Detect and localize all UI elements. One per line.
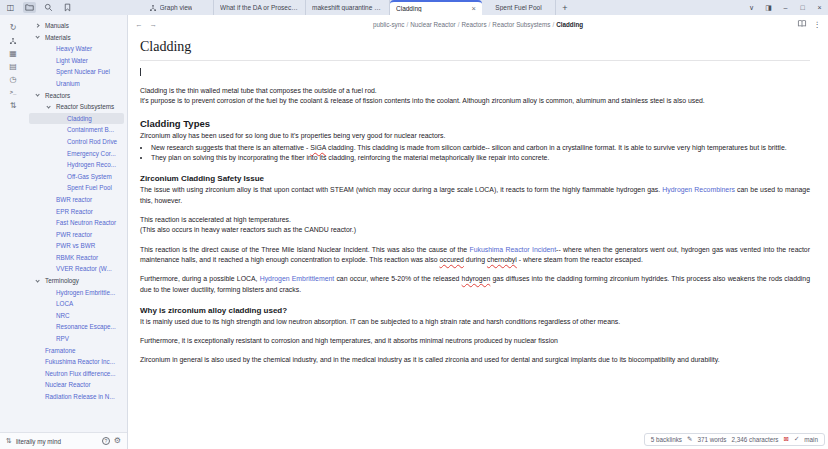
terminal-icon[interactable]: >_ [10,88,17,97]
section-heading: Why is zirconium alloy cladding used? [140,306,810,315]
bullet-list: New research suggests that there is an a… [140,143,810,164]
help-icon[interactable]: ? [102,437,110,445]
split-layout-icon[interactable]: ◨ [760,0,777,15]
internal-link[interactable]: Hydrogen Recombiners [662,186,735,193]
calendar-icon[interactable]: ▤ [9,62,17,71]
back-arrow-icon[interactable]: ← [135,20,143,29]
tree-item-loca[interactable]: LOCA [29,298,124,310]
empty-line[interactable] [140,66,810,77]
tree-item-label: NRC [56,312,70,319]
tree-item-fast-neutron-reactor[interactable]: Fast Neutron Reactor [29,217,124,229]
reading-view-icon[interactable] [797,19,807,29]
breadcrumb-item[interactable]: Reactor Subsystems [492,21,550,28]
tree-item-label: Spent Fuel Pool [67,184,112,191]
tree-item-bwr-reactor[interactable]: BWR reactor [29,194,124,206]
vault-name[interactable]: literally my mind [16,438,61,445]
settings-gear-icon[interactable]: ⚙ [114,437,121,445]
breadcrumb-item[interactable]: Nuclear Reactor [410,21,456,28]
tab-what-if-the-da-or-prosecutor-i[interactable]: What if the DA or Prosecutor i... [214,0,306,15]
tree-item-nuclear-reactor[interactable]: Nuclear Reactor [29,379,124,391]
sidebar-toggle-icon[interactable]: ◫ [4,2,17,13]
section-heading: Zirconium Cladding Safety Issue [140,174,810,183]
tree-item-spent-fuel-pool[interactable]: Spent Fuel Pool [29,182,124,194]
history-icon[interactable]: ◷ [10,75,17,84]
tab-list-chevron-icon[interactable]: ∨ [743,0,760,15]
tree-item-resonance-escape[interactable]: Resonance Escape... [29,321,124,333]
tab-label: makeshift quarantine options [312,4,383,11]
tree-item-pwr-reactor[interactable]: PWR reactor [29,229,124,241]
minimize-button[interactable]: – [777,0,794,15]
tree-item-rpv[interactable]: RPV [29,333,124,345]
tab-makeshift-quarantine-options[interactable]: makeshift quarantine options [306,0,390,15]
check-icon[interactable]: ✓ [794,436,799,443]
tree-item-label: Uranium [56,80,80,87]
breadcrumb-item[interactable]: public-sync [373,21,405,28]
text-run: They plan on solving this by incorporati… [151,154,549,161]
breadcrumb-item[interactable]: Cladding [556,21,583,28]
breadcrumb: public-sync / Nuclear Reactor / Reactors… [188,15,768,33]
tree-item-uranium[interactable]: Uranium [29,78,124,90]
tree-item-containment-b[interactable]: Containment B... [29,124,124,136]
sync-error-icon[interactable]: ⊠ [783,436,788,443]
tree-item-off-gas-system[interactable]: Off-Gas System [29,171,124,183]
forward-arrow-icon[interactable]: → [150,20,158,29]
internal-link[interactable]: Fukushima Reactor Incident [469,246,556,253]
edit-indicator-icon[interactable]: ✎ [687,436,692,443]
tree-item-rbmk-reactor[interactable]: RBMK Reactor [29,252,124,264]
tree-item-control-rod-drive[interactable]: Control Rod Drive [29,136,124,148]
ribbon: ↻▦▤◷>_⇅ [0,15,26,432]
tree-item-label: LOCA [56,300,73,307]
tree-item-radiation-release-in-n[interactable]: Radiation Release in N... [29,391,124,403]
tree-item-label: Emergency Cor... [67,150,116,157]
switcher-icon[interactable]: ⇅ [10,101,17,110]
tree-item-spent-nuclear-fuel[interactable]: Spent Nuclear Fuel [29,66,124,78]
tree-item-heavy-water[interactable]: Heavy Water [29,43,124,55]
tree-item-cladding[interactable]: Cladding [29,113,124,125]
tab-graph-view[interactable]: Graph view [128,0,214,15]
tree-item-hydrogen-embrittle[interactable]: Hydrogen Embrittle... [29,287,124,299]
tab-spent-fuel-pool[interactable]: Spent Fuel Pool [482,0,556,15]
close-button[interactable]: × [811,0,828,15]
editor[interactable]: CladdingCladding is the thin walled meta… [128,33,828,449]
tree-item-emergency-cor[interactable]: Emergency Cor... [29,148,124,160]
tree-item-pwr-vs-bwr[interactable]: PWR vs BWR [29,240,124,252]
breadcrumb-item[interactable]: Reactors [461,21,486,28]
search-icon[interactable] [42,2,55,13]
tree-item-label: Fast Neutron Reactor [56,219,116,226]
paragraph: Zirconium in general is also used by the… [140,355,810,365]
tree-item-reactors[interactable]: Reactors [29,90,124,102]
tree-item-framatone[interactable]: Framatone [29,345,124,357]
maximize-button[interactable]: □ [794,0,811,15]
tree-item-vver-reactor-w[interactable]: VVER Reactor (W... [29,263,124,275]
tree-item-terminology[interactable]: Terminology [29,275,124,287]
internal-link[interactable]: Hydrogen Embrittlement [260,275,335,282]
new-tab-button[interactable]: + [556,0,574,15]
tree-item-epr-reactor[interactable]: EPR Reactor [29,206,124,218]
chevron-down-icon [46,104,51,109]
sync-icon[interactable]: ↻ [10,23,17,32]
more-options-icon[interactable]: ⋮ [814,20,822,29]
tree-item-fukushima-reactor-inc[interactable]: Fukushima Reactor Inc... [29,356,124,368]
tree-item-nrc[interactable]: NRC [29,310,124,322]
chevron-right-icon [35,24,40,29]
folder-icon[interactable] [23,2,36,13]
tree-item-light-water[interactable]: Light Water [29,55,124,67]
tree-item-materials[interactable]: Materials [29,32,124,44]
bookmark-icon[interactable] [61,2,74,13]
tree-item-manuals[interactable]: Manuals [29,20,124,32]
tree-item-hydrogen-reco[interactable]: Hydrogen Reco... [29,159,124,171]
vault-switcher-icon[interactable]: ⇅ [6,437,12,445]
file-explorer: ManualsMaterialsHeavy WaterLight WaterSp… [26,15,127,432]
tree-item-label: Light Water [56,57,88,64]
tab-close-icon[interactable]: × [469,4,476,13]
paragraph: Zirconium alloy has been used for so lon… [140,131,810,141]
tree-item-label: Hydrogen Embrittle... [56,289,115,296]
graph-icon[interactable] [9,36,17,45]
tree-item-reactor-subsystems[interactable]: Reactor Subsystems [29,101,124,113]
tree-item-neutron-flux-difference[interactable]: Neutron Flux difference... [29,368,124,380]
text-run: Zirconium in general is also used by the… [140,356,720,363]
canvas-icon[interactable]: ▦ [9,49,17,58]
tree-item-label: Cladding [67,115,92,122]
tree-item-label: Nuclear Reactor [45,381,91,388]
tab-cladding[interactable]: Cladding× [390,0,482,15]
